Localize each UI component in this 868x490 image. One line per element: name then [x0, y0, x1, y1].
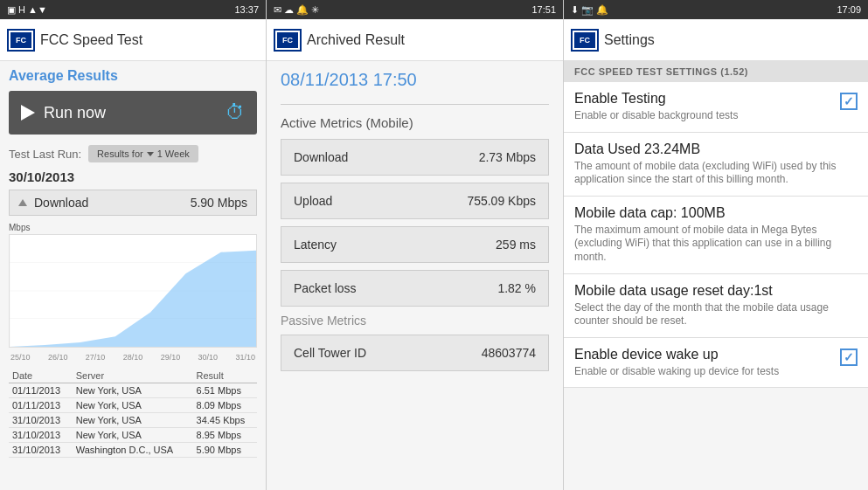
download-label: Download [34, 196, 191, 210]
setting-title: Mobile data usage reset day:1st [574, 283, 851, 299]
archived-date: 08/11/2013 17:50 [281, 70, 549, 90]
table-row: 31/10/2013New York, USA34.45 Kbps [9, 413, 257, 428]
run-now-label: Run now [44, 104, 106, 122]
metric-value: 1.82 % [497, 281, 536, 295]
col-server: Server [73, 369, 193, 383]
header-title-2: Archived Result [307, 32, 405, 48]
fc-logo-3: FC [573, 31, 597, 50]
panel-settings: ⬇ 📷 🔔 17:09 FC Settings FCC SPEED TEST S… [564, 0, 868, 490]
status-icons-left: ▣ H ▲▼ [7, 4, 47, 16]
setting-desc: Select the day of the month that the mob… [574, 301, 851, 328]
svg-marker-4 [10, 251, 256, 347]
status-icons-3: ⬇ 📷 🔔 [571, 4, 608, 16]
status-time-1: 13:37 [234, 4, 259, 15]
metric-value: 2.73 Mbps [479, 150, 536, 164]
status-bar-3: ⬇ 📷 🔔 17:09 [564, 0, 868, 19]
metric-row: Download2.73 Mbps [281, 139, 549, 176]
table-row: 31/10/2013New York, USA8.95 Mbps [9, 428, 257, 443]
setting-title: Enable Testing [574, 91, 833, 107]
status-bar-2: ✉ ☁ 🔔 ✳ 17:51 [267, 0, 563, 19]
panel2-content: 08/11/2013 17:50 Active Metrics (Mobile)… [267, 61, 563, 490]
panel1-content: Average Results Run now ⏱ Test Last Run:… [0, 61, 266, 490]
fc-logo-1: FC [9, 31, 33, 50]
col-date: Date [9, 369, 73, 383]
panel-speed-test: ▣ H ▲▼ 13:37 FC FCC Speed Test Average R… [0, 0, 267, 490]
setting-item[interactable]: Enable Testing Enable or disable backgro… [564, 82, 868, 133]
download-row: Download 5.90 Mbps [9, 190, 257, 216]
table-row: 01/11/2013New York, USA6.51 Mbps [9, 383, 257, 398]
divider-1 [281, 104, 549, 105]
passive-section-title: Passive Metrics [281, 314, 549, 328]
header-title-3: Settings [604, 32, 655, 48]
setting-title: Data Used 23.24MB [574, 141, 851, 157]
metric-row: Packet loss1.82 % [281, 270, 549, 307]
results-for-label: Results for [97, 148, 143, 159]
passive-metric-row: Cell Tower ID48603774 [281, 335, 549, 371]
status-bar-1: ▣ H ▲▼ 13:37 [0, 0, 266, 19]
chart-y-label: Mbps [9, 223, 257, 232]
status-time-3: 17:09 [837, 4, 861, 15]
active-metrics-title: Active Metrics (Mobile) [281, 115, 549, 130]
results-table: Date Server Result 01/11/2013New York, U… [9, 369, 257, 458]
test-last-date: 30/10/2013 [9, 169, 257, 184]
speedometer-icon: ⏱ [226, 101, 245, 124]
passive-metrics-list: Cell Tower ID48603774 [281, 335, 549, 371]
setting-item[interactable]: Mobile data usage reset day:1st Select t… [564, 274, 868, 338]
run-now-button[interactable]: Run now ⏱ [9, 91, 257, 135]
results-dropdown[interactable]: Results for 1 Week [88, 145, 198, 162]
metric-label: Packet loss [294, 281, 357, 295]
test-last-label: Test Last Run: [9, 148, 81, 161]
metric-value: 259 ms [496, 238, 536, 252]
metric-value: 755.09 Kbps [467, 194, 536, 208]
setting-item[interactable]: Enable device wake up Enable or disable … [564, 338, 868, 389]
settings-section-header: FCC SPEED TEST SETTINGS (1.52) [564, 61, 868, 82]
panel-archived: ✉ ☁ 🔔 ✳ 17:51 FC Archived Result 08/11/2… [267, 0, 564, 490]
metric-label: Upload [294, 194, 332, 208]
setting-desc: Enable or disable waking up device for t… [574, 365, 833, 379]
chart-x-labels: 25/10 26/10 27/10 28/10 29/10 30/10 31/1… [9, 353, 257, 362]
chart-area [9, 234, 257, 348]
settings-list: Enable Testing Enable or disable backgro… [564, 82, 868, 388]
setting-item[interactable]: Data Used 23.24MB The amount of mobile d… [564, 133, 868, 197]
panel3-content: FCC SPEED TEST SETTINGS (1.52) Enable Te… [564, 61, 868, 490]
active-metrics-list: Download2.73 MbpsUpload755.09 KbpsLatenc… [281, 139, 549, 307]
metric-row: Latency259 ms [281, 226, 549, 263]
results-range: 1 Week [157, 148, 190, 159]
header-2: FC Archived Result [267, 19, 563, 61]
status-time-2: 17:51 [531, 4, 556, 15]
table-row: 31/10/2013Washington D.C., USA5.90 Mbps [9, 443, 257, 458]
setting-desc: Enable or disable background tests [574, 109, 833, 123]
play-icon [21, 105, 35, 121]
fc-logo-2: FC [275, 31, 300, 50]
passive-metric-value: 48603774 [482, 346, 536, 360]
status-icons-2: ✉ ☁ 🔔 ✳ [274, 4, 319, 16]
setting-title: Enable device wake up [574, 347, 833, 362]
metric-row: Upload755.09 Kbps [281, 183, 549, 219]
setting-desc: The maximum amount of mobile data in Meg… [574, 224, 851, 265]
setting-checkbox[interactable] [840, 93, 858, 110]
download-value: 5.90 Mbps [191, 196, 247, 210]
setting-title: Mobile data cap: 100MB [574, 205, 851, 221]
setting-item[interactable]: Mobile data cap: 100MB The maximum amoun… [564, 197, 868, 274]
avg-results-title: Average Results [9, 68, 257, 84]
setting-desc: The amount of mobile data (excluding WiF… [574, 160, 851, 187]
header-3: FC Settings [564, 19, 868, 61]
metric-label: Latency [294, 238, 337, 252]
chevron-up-icon [18, 199, 27, 206]
table-row: 01/11/2013New York, USA8.09 Mbps [9, 398, 257, 413]
metric-label: Download [294, 150, 348, 164]
passive-metric-label: Cell Tower ID [294, 346, 366, 360]
test-info-row: Test Last Run: Results for 1 Week [9, 145, 257, 162]
chevron-down-icon [147, 152, 154, 156]
header-1: FC FCC Speed Test [0, 19, 266, 61]
header-title-1: FCC Speed Test [40, 32, 142, 48]
setting-checkbox[interactable] [840, 349, 858, 366]
col-result: Result [193, 369, 257, 383]
